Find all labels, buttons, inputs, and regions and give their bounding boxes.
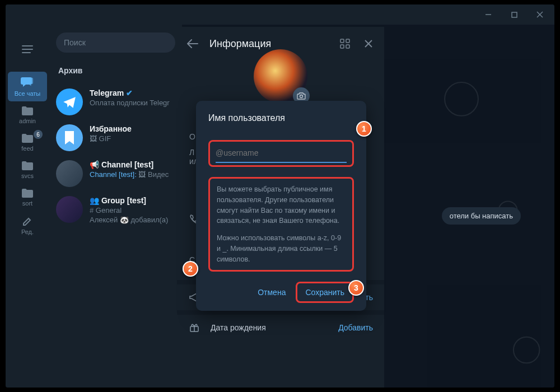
svg-point-8 xyxy=(445,82,478,116)
folder-icon xyxy=(21,161,34,171)
chat-title: 📢 Channel [test] xyxy=(90,160,153,169)
save-button[interactable]: Сохранить xyxy=(296,282,354,303)
chat-title: Telegram xyxy=(90,88,124,97)
folder-label: feed xyxy=(21,145,33,152)
verified-icon: ✔ xyxy=(126,88,133,97)
search-input[interactable]: Поиск xyxy=(56,32,175,53)
add-action[interactable]: Добавить xyxy=(338,323,373,332)
chat-subtitle: Алексей 🐼 добавил(а) xyxy=(90,216,175,224)
username-modal: Имя пользователя Вы можете выбрать публи… xyxy=(196,101,366,311)
avatar xyxy=(56,124,83,151)
chat-subtitle-prefix: Channel [test]: xyxy=(90,170,137,179)
svg-point-20 xyxy=(300,95,303,98)
username-input[interactable] xyxy=(216,146,347,163)
chat-subtitle: 🖼 Видес xyxy=(137,170,169,179)
svg-point-13 xyxy=(514,337,539,363)
svg-rect-16 xyxy=(340,45,344,48)
svg-rect-17 xyxy=(346,45,349,48)
avatar xyxy=(56,88,83,115)
chat-subtitle: Оплата подписки Telegr xyxy=(90,99,175,107)
folder-label: sort xyxy=(22,200,32,207)
folder-admin[interactable]: admin xyxy=(8,101,47,129)
archive-header[interactable]: Архив xyxy=(49,60,182,84)
info-title: Информация xyxy=(209,38,328,50)
chat-item[interactable]: Telegram✔ Оплата подписки Telegr xyxy=(49,84,182,120)
divider xyxy=(177,310,384,315)
modal-actions: Отмена Сохранить xyxy=(208,282,354,303)
back-button[interactable] xyxy=(186,37,199,50)
folder-label: Все чаты xyxy=(15,90,41,97)
username-input-highlight xyxy=(208,140,354,167)
folder-icon xyxy=(21,188,34,198)
gift-icon xyxy=(188,323,200,333)
folder-badge: 6 xyxy=(34,130,43,139)
maximize-button[interactable] xyxy=(502,6,526,23)
folder-all-chats[interactable]: Все чаты xyxy=(8,72,47,101)
cancel-button[interactable]: Отмена xyxy=(250,283,293,301)
help-text: Можно использовать символы a-z, 0-9 и _.… xyxy=(217,233,346,264)
edit-icon xyxy=(22,216,33,227)
chat-title: 👥 Group [test] xyxy=(90,196,146,205)
menu-button[interactable] xyxy=(16,38,39,60)
titlebar xyxy=(6,4,554,25)
help-text: Вы можете выбрать публичное имя пользова… xyxy=(217,184,346,226)
chat-item[interactable]: 📢 Channel [test] Channel [test]: 🖼 Видес xyxy=(49,156,182,192)
chat-subtitle: 🖼 GIF xyxy=(90,134,175,143)
chat-subtitle-prefix: # General xyxy=(90,206,175,214)
chat-item[interactable]: 👥 Group [test] # General Алексей 🐼 добав… xyxy=(49,192,182,228)
chat-title: Избранное xyxy=(90,124,132,133)
folder-label: svcs xyxy=(21,172,34,179)
close-window-button[interactable] xyxy=(528,6,552,23)
callout-2: 2 xyxy=(183,261,198,277)
birthday-row[interactable]: Дата рождения Добавить xyxy=(177,315,384,340)
folder-rail: Все чаты admin feed 6 svcs sort Ред. xyxy=(6,25,49,388)
folder-feed[interactable]: feed 6 xyxy=(8,129,47,156)
svg-rect-1 xyxy=(512,12,517,17)
chat-body: 👥 Group [test] # General Алексей 🐼 добав… xyxy=(90,196,175,224)
folder-icon xyxy=(21,133,34,143)
folder-svcs[interactable]: svcs xyxy=(8,156,47,184)
modal-title: Имя пользователя xyxy=(208,113,354,123)
chat-body: Telegram✔ Оплата подписки Telegr xyxy=(90,88,175,115)
folder-edit[interactable]: Ред. xyxy=(8,211,47,240)
callout-3: 3 xyxy=(348,280,364,296)
chats-icon xyxy=(20,76,35,88)
profile-photo[interactable] xyxy=(254,49,307,103)
minimize-button[interactable] xyxy=(476,6,501,23)
folder-sort[interactable]: sort xyxy=(8,184,47,211)
folder-icon xyxy=(21,106,34,116)
svg-rect-14 xyxy=(340,39,344,43)
chat-item[interactable]: Избранное 🖼 GIF xyxy=(49,120,182,156)
qr-button[interactable] xyxy=(338,37,352,50)
avatar xyxy=(56,160,83,187)
empty-chat-banner: отели бы написать xyxy=(442,207,521,225)
folder-label: admin xyxy=(19,118,36,124)
row-label: Дата рождения xyxy=(211,323,328,332)
close-panel-button[interactable] xyxy=(362,37,375,50)
username-help-highlight: Вы можете выбрать публичное имя пользова… xyxy=(208,177,354,272)
chat-list: Поиск Архив Telegram✔ Оплата подписки Te… xyxy=(49,25,183,388)
chat-body: 📢 Channel [test] Channel [test]: 🖼 Видес xyxy=(90,160,175,187)
folder-label: Ред. xyxy=(21,228,34,235)
svg-rect-15 xyxy=(346,39,349,43)
callout-1: 1 xyxy=(356,121,372,137)
chat-body: Избранное 🖼 GIF xyxy=(90,124,175,151)
avatar xyxy=(56,196,83,223)
